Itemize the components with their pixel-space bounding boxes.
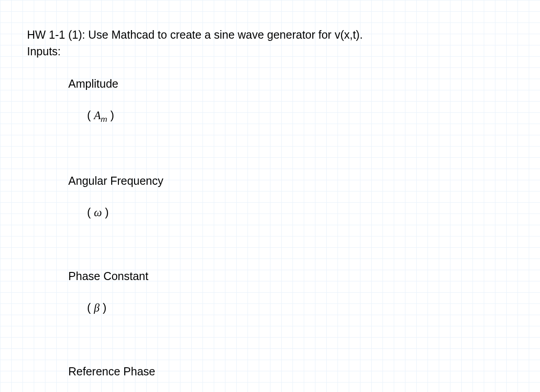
title: HW 1-1 (1): Use Mathcad to create a sine…	[27, 27, 513, 43]
input-row-amplitude: Amplitude ( Am )	[27, 60, 513, 156]
inputs-label: Inputs:	[27, 44, 513, 59]
input-symbol: ( β )	[68, 284, 107, 331]
input-row-angfreq: Angular Frequency ( ω )	[27, 157, 513, 252]
input-row-refphase: Reference Phase ( φ0 )	[27, 348, 513, 392]
input-label: Phase Constant	[68, 268, 199, 284]
input-symbol: ( ω )	[68, 189, 109, 236]
input-symbol: ( φ0 )	[68, 379, 112, 392]
input-row-phaseconst: Phase Constant ( β )	[27, 253, 513, 347]
input-label: Reference Phase	[68, 364, 199, 379]
input-label: Angular Frequency	[68, 173, 199, 189]
input-label: Amplitude	[68, 76, 199, 92]
input-symbol: ( Am )	[68, 92, 114, 141]
document-content: HW 1-1 (1): Use Mathcad to create a sine…	[0, 0, 540, 392]
